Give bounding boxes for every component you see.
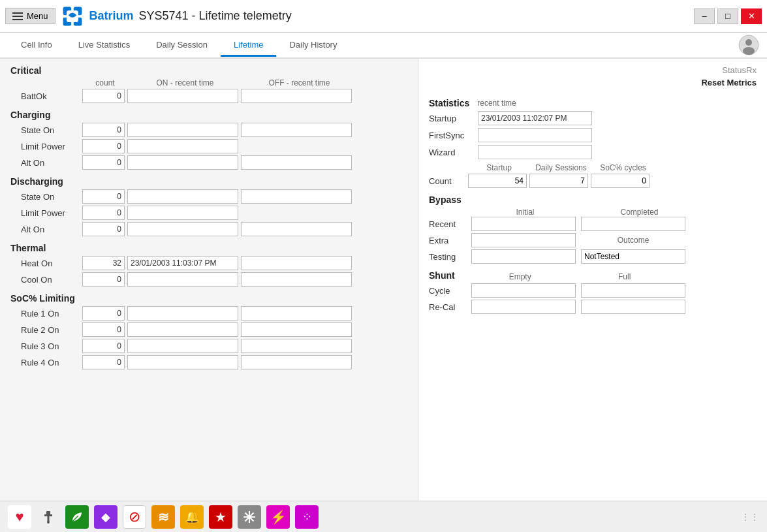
thermal-coolon-count[interactable] (82, 272, 125, 287)
wavy-button[interactable]: ≋ (151, 505, 175, 529)
bypass-recent-completed[interactable] (581, 217, 685, 231)
soc-rule1-count[interactable] (82, 306, 125, 321)
charging-alton-off[interactable] (241, 155, 352, 170)
charging-section-title: Charging (10, 110, 407, 120)
statistics-title: Statistics (429, 98, 469, 108)
col-headers: count ON - recent time OFF - recent time (10, 78, 407, 87)
charging-alton-on[interactable] (127, 155, 238, 170)
charging-stateon-on[interactable] (127, 123, 238, 137)
shunt-recal-empty[interactable] (471, 300, 576, 314)
soc-rule2-off[interactable] (241, 322, 352, 337)
soc-rule4-count[interactable] (82, 355, 125, 369)
thermal-coolon-on[interactable] (127, 272, 238, 287)
shunt-cycle-empty[interactable] (471, 283, 576, 298)
thermal-section-title: Thermal (10, 243, 407, 253)
soc-rule2-count[interactable] (82, 322, 125, 337)
firstsync-label: FirstSync (429, 131, 478, 140)
charging-stateon-count[interactable] (82, 123, 125, 137)
count-soc-value[interactable] (591, 174, 650, 188)
svg-point-7 (743, 47, 755, 55)
thermal-heaton-off[interactable] (241, 256, 352, 270)
count-col-soc: SoC% cycles (592, 163, 654, 172)
discharging-alton-on[interactable] (127, 222, 238, 236)
discharging-limitpower-count[interactable] (82, 206, 125, 220)
startup-value[interactable] (478, 111, 592, 125)
soc-rule3-on[interactable] (127, 339, 238, 353)
hamburger-icon (12, 12, 23, 20)
shunt-recal-row: Re-Cal (429, 300, 757, 314)
svg-point-6 (745, 39, 752, 46)
outcome-label: Outcome (581, 236, 685, 245)
avatar-icon[interactable] (738, 35, 759, 55)
wizard-label: Wizard (429, 148, 478, 157)
firstsync-value[interactable] (478, 128, 592, 142)
snowflake-button[interactable] (238, 505, 261, 529)
soc-rule3-off[interactable] (241, 339, 352, 353)
discharging-limitpower-label: Limit Power (10, 208, 82, 218)
thermal-coolon-off[interactable] (241, 272, 352, 287)
dots-button[interactable]: ⁘ (295, 505, 319, 529)
soc-rule4-on[interactable] (127, 355, 238, 369)
count-daily-value[interactable] (529, 174, 588, 188)
resize-grip: ⋮⋮ (741, 512, 759, 522)
wizard-value[interactable] (478, 145, 592, 159)
star-button[interactable]: ★ (209, 505, 232, 529)
soc-rule2-on[interactable] (127, 322, 238, 337)
count-startup-value[interactable] (468, 174, 527, 188)
close-button[interactable]: ✕ (741, 8, 762, 24)
col-count-header: count (82, 78, 128, 87)
usb-button[interactable] (37, 505, 60, 529)
discharging-alton-off[interactable] (241, 222, 352, 236)
soc-rule1-off[interactable] (241, 306, 352, 321)
diamond-button[interactable]: ◆ (94, 505, 117, 529)
maximize-button[interactable]: □ (717, 8, 738, 24)
bypass-col-headers: Initial Completed (429, 208, 757, 217)
tab-daily-history[interactable]: Daily History (276, 35, 350, 57)
bell-button[interactable]: 🔔 (180, 505, 204, 529)
tab-cell-info[interactable]: Cell Info (8, 35, 65, 57)
discharging-stateon-on[interactable] (127, 189, 238, 204)
charging-limitpower-count[interactable] (82, 139, 125, 153)
bypass-recent-initial[interactable] (471, 217, 576, 231)
menu-button[interactable]: Menu (5, 8, 55, 24)
tab-daily-session[interactable]: Daily Session (143, 35, 221, 57)
discharging-alton-count[interactable] (82, 222, 125, 236)
svg-rect-9 (48, 516, 50, 522)
charging-stateon-off[interactable] (241, 123, 352, 137)
tab-lifetime[interactable]: Lifetime (221, 35, 277, 57)
app-name: Batrium (89, 9, 134, 23)
soc-rule3-count[interactable] (82, 339, 125, 353)
discharging-stateon-count[interactable] (82, 189, 125, 204)
battok-on-time[interactable] (127, 89, 238, 103)
thermal-heaton-count[interactable] (82, 256, 125, 270)
bolt-button[interactable]: ⚡ (266, 505, 290, 529)
tab-live-statistics[interactable]: Live Statistics (65, 35, 143, 57)
bypass-col-initial: Initial (471, 208, 579, 217)
bypass-testing-outcome[interactable] (581, 249, 685, 264)
bypass-recent-row: Recent (429, 217, 757, 231)
left-panel: Critical count ON - recent time OFF - re… (0, 59, 418, 501)
bypass-testing-row: Testing (429, 249, 757, 264)
thermal-heaton-on[interactable] (127, 256, 238, 270)
battok-count[interactable] (82, 89, 125, 103)
count-headers: Startup Daily Sessions SoC% cycles (429, 163, 757, 172)
startup-label: Startup (429, 114, 478, 123)
discharging-limitpower-on[interactable] (127, 206, 238, 220)
soc-rule4-off[interactable] (241, 355, 352, 369)
col-on-header: ON - recent time (128, 78, 242, 87)
charging-alton-count[interactable] (82, 155, 125, 170)
shunt-recal-full[interactable] (581, 300, 685, 314)
minimize-button[interactable]: – (694, 8, 715, 24)
heart-button[interactable]: ♥ (8, 505, 31, 529)
battok-off-time[interactable] (241, 89, 352, 103)
shunt-cycle-full[interactable] (581, 283, 685, 298)
soc-rule2-label: Rule 2 On (10, 325, 82, 335)
bypass-testing-initial[interactable] (471, 249, 576, 264)
soc-rule1-on[interactable] (127, 306, 238, 321)
bypass-extra-initial[interactable] (471, 233, 576, 247)
reset-metrics-button[interactable]: Reset Metrics (701, 78, 757, 87)
charging-limitpower-on[interactable] (127, 139, 238, 153)
stop-button[interactable]: ⊘ (123, 505, 146, 529)
leaf-button[interactable] (65, 505, 89, 529)
discharging-stateon-off[interactable] (241, 189, 352, 204)
